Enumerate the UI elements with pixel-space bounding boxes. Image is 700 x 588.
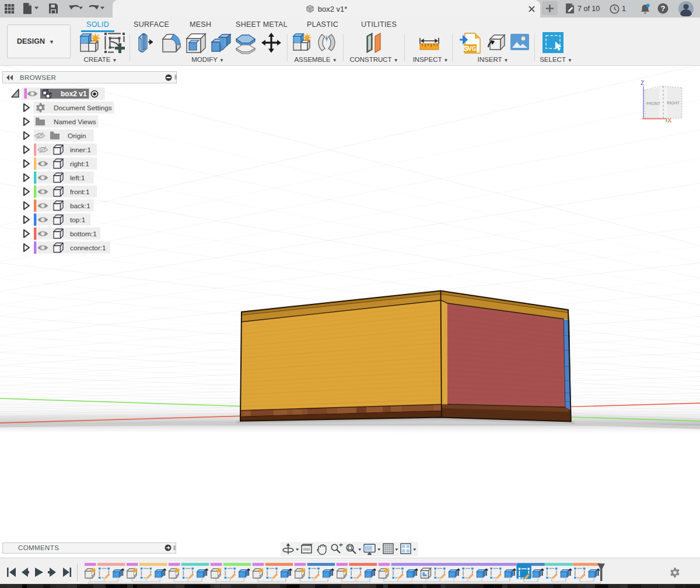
svg-text:X: X (667, 117, 672, 124)
svg-text:bottom:1: bottom:1 (70, 230, 97, 238)
svg-text:left:1: left:1 (70, 174, 85, 182)
svg-text:RIGHT: RIGHT (667, 101, 680, 105)
svg-text:front:1: front:1 (70, 188, 89, 196)
svg-text:back:1: back:1 (70, 202, 90, 210)
svg-text:box2 v1: box2 v1 (61, 90, 87, 98)
svg-text:top:1: top:1 (70, 216, 85, 224)
svg-text:Z: Z (640, 79, 645, 86)
svg-text:right:1: right:1 (70, 160, 89, 168)
svg-text:Document Settings: Document Settings (54, 104, 112, 112)
svg-text:connector:1: connector:1 (70, 244, 106, 252)
svg-text:Named Views: Named Views (54, 118, 96, 126)
svg-text:inner:1: inner:1 (70, 146, 91, 154)
svg-text:FRONT: FRONT (646, 102, 661, 106)
svg-text:Origin: Origin (68, 132, 86, 140)
